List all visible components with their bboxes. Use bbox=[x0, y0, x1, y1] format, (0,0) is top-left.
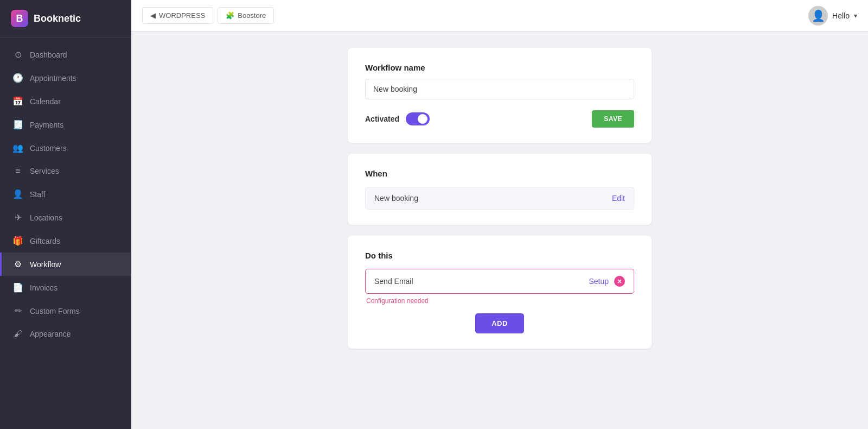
sidebar-item-locations[interactable]: ✈ Locations bbox=[0, 206, 131, 229]
calendar-icon: 📅 bbox=[12, 96, 23, 106]
sidebar-label-customers: Customers bbox=[30, 144, 67, 153]
workflow-name-card: Workflow name Activated SAVE bbox=[348, 48, 652, 143]
content-area: Workflow name Activated SAVE When New b bbox=[131, 31, 868, 429]
wordpress-button[interactable]: ◀ WORDPRESS bbox=[142, 7, 213, 24]
new-booking-value: New booking bbox=[374, 194, 418, 203]
sidebar-label-workflow: Workflow bbox=[30, 260, 61, 269]
sidebar-item-workflow[interactable]: ⚙ Workflow bbox=[0, 253, 131, 276]
sidebar-label-payments: Payments bbox=[30, 121, 63, 129]
remove-button[interactable]: × bbox=[614, 276, 625, 287]
topbar: ◀ WORDPRESS 🧩 Boostore 👤 Hello ▾ bbox=[131, 0, 868, 31]
sidebar-item-payments[interactable]: 🧾 Payments bbox=[0, 113, 131, 136]
workflow-name-label: Workflow name bbox=[365, 63, 634, 72]
appearance-icon: 🖌 bbox=[12, 329, 23, 339]
sidebar-item-custom-forms[interactable]: ✏ Custom Forms bbox=[0, 299, 131, 323]
do-this-label: Do this bbox=[365, 251, 634, 260]
dashboard-icon: ⊙ bbox=[12, 49, 23, 60]
sidebar-item-appointments[interactable]: 🕐 Appointments bbox=[0, 66, 131, 90]
sidebar-label-staff: Staff bbox=[30, 190, 46, 199]
boostore-button[interactable]: 🧩 Boostore bbox=[218, 7, 274, 24]
customers-icon: 👥 bbox=[12, 143, 23, 153]
sidebar-item-services[interactable]: ≡ Services bbox=[0, 160, 131, 182]
payments-icon: 🧾 bbox=[12, 119, 23, 130]
sidebar-label-locations: Locations bbox=[30, 213, 62, 222]
boostore-label: Boostore bbox=[238, 11, 266, 20]
sidebar-item-staff[interactable]: 👤 Staff bbox=[0, 182, 131, 206]
sidebar-item-giftcards[interactable]: 🎁 Giftcards bbox=[0, 229, 131, 253]
logo-text: Booknetic bbox=[34, 13, 81, 24]
main-area: ◀ WORDPRESS 🧩 Boostore 👤 Hello ▾ Workflo… bbox=[131, 0, 868, 429]
staff-icon: 👤 bbox=[12, 189, 23, 199]
sidebar-item-customers[interactable]: 👥 Customers bbox=[0, 136, 131, 160]
when-label: When bbox=[365, 169, 634, 178]
sidebar-item-appearance[interactable]: 🖌 Appearance bbox=[0, 323, 131, 345]
user-avatar: 👤 bbox=[808, 6, 828, 26]
sidebar-label-invoices: Invoices bbox=[30, 283, 58, 292]
giftcards-icon: 🎁 bbox=[12, 236, 23, 246]
sidebar-nav: ⊙ Dashboard 🕐 Appointments 📅 Calendar 🧾 … bbox=[0, 37, 131, 429]
activated-toggle[interactable] bbox=[406, 112, 430, 125]
when-card: When New booking Edit bbox=[348, 154, 652, 225]
logo-icon: B bbox=[11, 10, 28, 27]
do-this-right: Setup × bbox=[589, 276, 625, 287]
sidebar-label-calendar: Calendar bbox=[30, 97, 61, 106]
sidebar-label-custom-forms: Custom Forms bbox=[30, 307, 80, 316]
topbar-left: ◀ WORDPRESS 🧩 Boostore bbox=[142, 7, 274, 24]
sidebar-logo: B Booknetic bbox=[0, 0, 131, 37]
save-button[interactable]: SAVE bbox=[592, 110, 634, 128]
activated-left: Activated bbox=[365, 112, 430, 125]
invoices-icon: 📄 bbox=[12, 282, 23, 293]
boostore-puzzle-icon: 🧩 bbox=[226, 11, 234, 20]
sidebar-item-invoices[interactable]: 📄 Invoices bbox=[0, 276, 131, 299]
workflow-icon: ⚙ bbox=[12, 259, 23, 269]
when-row: New booking Edit bbox=[365, 187, 634, 210]
sidebar-label-giftcards: Giftcards bbox=[30, 237, 60, 245]
workflow-name-input[interactable] bbox=[365, 79, 634, 99]
activated-row: Activated SAVE bbox=[365, 110, 634, 128]
wordpress-label: WORDPRESS bbox=[159, 11, 205, 20]
sidebar-label-appointments: Appointments bbox=[30, 74, 76, 83]
content-inner: Workflow name Activated SAVE When New b bbox=[348, 48, 652, 349]
config-needed-text: Configuration needed bbox=[365, 297, 634, 305]
wordpress-arrow-icon: ◀ bbox=[150, 11, 156, 20]
chevron-down-icon: ▾ bbox=[854, 12, 857, 20]
sidebar-label-dashboard: Dashboard bbox=[30, 51, 67, 59]
edit-link[interactable]: Edit bbox=[612, 194, 625, 203]
locations-icon: ✈ bbox=[12, 212, 23, 223]
sidebar-item-calendar[interactable]: 📅 Calendar bbox=[0, 90, 131, 113]
sidebar: B Booknetic ⊙ Dashboard 🕐 Appointments 📅… bbox=[0, 0, 131, 429]
sidebar-label-services: Services bbox=[30, 167, 59, 175]
setup-link[interactable]: Setup bbox=[589, 277, 609, 286]
activated-label: Activated bbox=[365, 115, 399, 123]
add-button[interactable]: ADD bbox=[475, 313, 524, 333]
do-this-card: Do this Send Email Setup × Configuration… bbox=[348, 236, 652, 349]
services-icon: ≡ bbox=[12, 166, 23, 176]
topbar-right[interactable]: 👤 Hello ▾ bbox=[808, 6, 857, 26]
toggle-knob bbox=[418, 114, 427, 124]
send-email-label: Send Email bbox=[374, 277, 413, 286]
sidebar-item-dashboard[interactable]: ⊙ Dashboard bbox=[0, 43, 131, 66]
custom-forms-icon: ✏ bbox=[12, 306, 23, 316]
do-this-row: Send Email Setup × bbox=[365, 269, 634, 294]
hello-text: Hello bbox=[832, 11, 850, 20]
appointments-icon: 🕐 bbox=[12, 73, 23, 83]
sidebar-label-appearance: Appearance bbox=[30, 330, 71, 338]
